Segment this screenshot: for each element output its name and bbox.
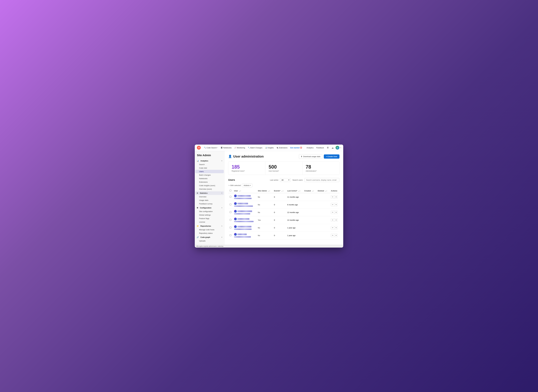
sidebar-license-label: License xyxy=(199,221,205,223)
row-checkbox-2[interactable] xyxy=(230,211,231,213)
cloud-icon-button[interactable]: ☁ xyxy=(331,146,334,149)
sidebar-item-repository-status[interactable]: Repository status xyxy=(195,232,224,235)
user-sort-icons[interactable]: ▲▼ xyxy=(239,191,241,192)
notebook-icon: 📓 xyxy=(221,147,223,149)
edit-button-0[interactable]: ✏ xyxy=(331,195,335,199)
sidebar-item-usage-stats[interactable]: Usage stats xyxy=(195,199,224,202)
nav-notebooks[interactable]: 📓 Notebooks xyxy=(220,146,233,149)
actions-cell-4: ✏ ▾ xyxy=(329,224,339,232)
sidebar-item-feedback-survey[interactable]: Feedback survey xyxy=(195,202,224,205)
user-avatar-small-2 xyxy=(234,210,237,213)
nav-right-area: Analytics Feedback 🖥 ☁ U ▾ xyxy=(306,146,341,149)
nav-extensions[interactable]: 🔌 Extensions xyxy=(275,146,289,149)
nav-analytics-label: Analytics xyxy=(306,147,314,149)
actions-button[interactable]: Actions ▾ xyxy=(242,184,252,187)
sidebar-stats-overview-label: Overview xyxy=(199,196,206,198)
row-checkbox-0[interactable] xyxy=(230,196,231,198)
sidebar-item-overview-soon[interactable]: Overview (soon) xyxy=(195,187,224,191)
sidebar-section-code-graph-header[interactable]: 🔗 Code graph ▾ xyxy=(195,235,224,239)
sidebar-item-license[interactable]: License xyxy=(195,220,224,224)
action-dropdown-button-2[interactable]: ▾ xyxy=(335,211,337,214)
create-user-button[interactable]: + Create User xyxy=(324,154,339,159)
sidebar-item-code-insights-soon[interactable]: Code insights (soon) xyxy=(195,184,224,187)
sidebar-code-intel-label: Code intel xyxy=(199,167,207,169)
configuration-section-icon: ⚙ xyxy=(197,207,198,209)
nav-feedback[interactable]: Feedback xyxy=(315,146,325,149)
row-checkbox-1[interactable] xyxy=(230,204,231,205)
sidebar-item-batch-changes[interactable]: Batch changes xyxy=(195,173,224,177)
sidebar-section-statistics-header[interactable]: ⊙ Statistics ▾ xyxy=(195,191,224,195)
search-input[interactable] xyxy=(304,178,339,182)
last-active-select[interactable]: All xyxy=(280,178,291,182)
action-dropdown-button-1[interactable]: ▾ xyxy=(335,203,337,206)
sidebar-item-uploads[interactable]: Uploads xyxy=(195,239,224,243)
sidebar-item-users[interactable]: Users xyxy=(195,170,224,173)
sidebar-section-configuration-header[interactable]: ⚙ Configuration ▾ xyxy=(195,206,224,210)
user-name-2[interactable] xyxy=(234,210,255,213)
nav-code-search[interactable]: 🔍 Code Search ▾ xyxy=(203,146,219,149)
sidebar-item-search[interactable]: Search xyxy=(195,163,224,166)
sidebar-item-site-configuration[interactable]: Site configuration xyxy=(195,210,224,213)
sidebar-section-repositories-header[interactable]: 📁 Repositories ▾ xyxy=(195,224,224,228)
nav-get-started[interactable]: Get started ⭕ xyxy=(289,146,303,149)
batch-icon: 🔧 xyxy=(248,147,250,149)
created-sort-icons[interactable]: ▲▼ xyxy=(312,191,314,192)
row-checkbox-3[interactable] xyxy=(230,219,231,221)
user-cell-4 xyxy=(234,225,255,230)
sidebar-item-overview[interactable]: Overview xyxy=(195,195,224,198)
last-active-sort-icons[interactable]: ▲▼ xyxy=(298,191,301,192)
user-name-3[interactable] xyxy=(234,218,255,220)
download-usage-stats-button[interactable]: ⬇ Download usage stats xyxy=(299,154,322,159)
action-dropdown-button-3[interactable]: ▾ xyxy=(335,218,337,222)
sidebar-section-analytics-header[interactable]: 📊 Analytics ▾ xyxy=(195,159,224,163)
user-cell-0 xyxy=(234,195,255,199)
created-cell-2 xyxy=(303,209,316,216)
user-name-5[interactable] xyxy=(234,233,255,236)
select-all-checkbox[interactable] xyxy=(230,190,231,191)
sidebar-global-settings-label: Global settings xyxy=(199,214,211,216)
row-checkbox-4[interactable] xyxy=(230,227,231,229)
sidebar-item-feature-flags[interactable]: Feature flags xyxy=(195,217,224,220)
user-name-1[interactable] xyxy=(234,202,255,205)
edit-button-3[interactable]: ✏ xyxy=(331,218,335,222)
sidebar-item-manage-code-hosts[interactable]: Manage code hosts xyxy=(195,228,224,231)
notifications-button[interactable]: 🖥 xyxy=(326,146,329,149)
col-created: Created ▲▼ xyxy=(303,189,316,193)
site-admin-sort-icons[interactable]: ▲▼ xyxy=(268,191,270,192)
sidebar-feedback-survey-label: Feedback survey xyxy=(199,203,213,205)
user-name-blurred-3 xyxy=(237,218,249,220)
nav-batch-changes[interactable]: 🔧 Batch Changes xyxy=(247,146,264,149)
edit-button-2[interactable]: ✏ xyxy=(331,211,335,214)
edit-button-1[interactable]: ✏ xyxy=(331,203,335,206)
action-dropdown-button-5[interactable]: ▾ xyxy=(335,234,337,237)
logo[interactable] xyxy=(197,146,202,149)
statistics-section-icon: ⊙ xyxy=(197,192,198,194)
page-title-area: 👤 User administration xyxy=(228,154,264,158)
action-dropdown-button-4[interactable]: ▾ xyxy=(335,226,337,229)
nav-monitoring[interactable]: 📈 Monitoring xyxy=(233,146,246,149)
row-checkbox-5[interactable] xyxy=(230,234,231,236)
events-sort-icons[interactable]: ▲▼ xyxy=(281,191,284,192)
action-dropdown-button-0[interactable]: ▾ xyxy=(335,195,337,199)
sidebar-item-notebooks[interactable]: Notebooks xyxy=(195,177,224,180)
table-row: No 0 6 months ago ✏ ▾ xyxy=(228,201,339,209)
nav-insights[interactable]: 📊 Insights xyxy=(264,146,275,149)
site-admin-cell-0: No xyxy=(256,193,273,201)
last-active-cell-4: 1 year ago xyxy=(286,224,303,232)
download-icon: ⬇ xyxy=(301,155,302,158)
sidebar-item-code-intel[interactable]: Code intel xyxy=(195,166,224,170)
edit-button-4[interactable]: ✏ xyxy=(331,226,335,229)
sidebar-item-global-settings[interactable]: Global settings xyxy=(195,213,224,217)
nav-analytics[interactable]: Analytics xyxy=(306,146,314,149)
user-name-4[interactable] xyxy=(234,225,255,228)
created-cell-4 xyxy=(303,224,316,232)
last-active-cell-5: 1 year ago xyxy=(286,232,303,239)
sidebar-item-extensions[interactable]: Extensions xyxy=(195,180,224,184)
user-name-0[interactable] xyxy=(234,195,255,197)
deleted-sort-icons[interactable]: ▲▼ xyxy=(325,191,327,192)
edit-button-5[interactable]: ✏ xyxy=(331,234,335,237)
header-actions: ⬇ Download usage stats + Create User xyxy=(299,154,339,159)
main-content: 👤 User administration ⬇ Download usage s… xyxy=(224,151,343,245)
nav-batch-changes-label: Batch Changes xyxy=(250,147,262,149)
user-avatar[interactable]: U xyxy=(336,146,339,149)
